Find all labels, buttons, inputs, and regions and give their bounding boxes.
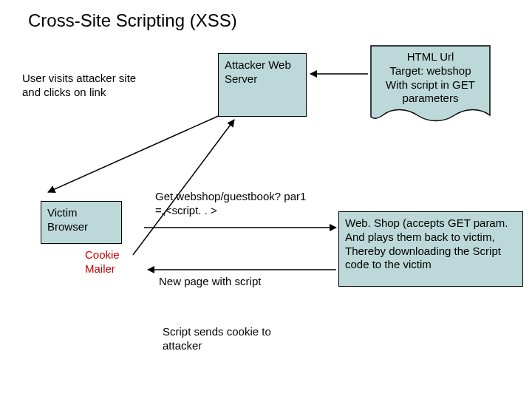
label-user-visits: User visits attacker site and clicks on …: [22, 72, 148, 100]
node-victim-browser: Victim Browser: [41, 201, 122, 244]
node-webshop-text: Web. Shop (accepts GET param. And plays …: [345, 216, 516, 272]
html-url-line2: Target: webshop: [377, 64, 484, 78]
node-victim-browser-text: Victim Browser: [47, 206, 115, 234]
svg-line-1: [48, 115, 222, 192]
node-html-url-text: HTML Url Target: webshop With script in …: [377, 50, 484, 106]
label-sends-cookie: Script sends cookie to attacker: [163, 325, 303, 353]
node-cookie-mailer: Cookie Mailer: [85, 248, 137, 276]
html-url-line1: HTML Url: [377, 50, 484, 64]
node-attacker-web-server: Attacker Web Server: [218, 53, 307, 117]
label-new-page: New page with script: [159, 275, 270, 289]
node-html-url-doc: HTML Url Target: webshop With script in …: [369, 44, 491, 124]
node-attacker-web-server-text: Attacker Web Server: [225, 58, 300, 86]
html-url-line3: With script in GET: [377, 78, 484, 92]
label-get-request: Get webshop/guestbook? par1 =„<script. .…: [155, 190, 325, 218]
slide-title: Cross-Site Scripting (XSS): [28, 10, 237, 31]
node-webshop: Web. Shop (accepts GET param. And plays …: [338, 211, 523, 287]
svg-line-4: [133, 120, 234, 255]
html-url-line4: parameters: [377, 92, 484, 106]
